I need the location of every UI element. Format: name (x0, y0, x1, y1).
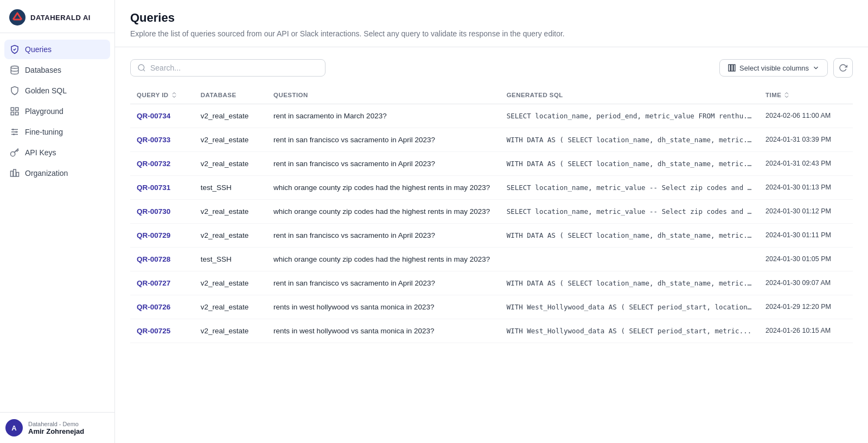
sidebar-item-fine-tuning-label: Fine-tuning (25, 128, 63, 136)
svg-rect-19 (731, 65, 733, 71)
sidebar: DATAHERALD AI Queries Databases Golde (0, 0, 115, 443)
cell-question: which orange county zip codes had the hi… (267, 176, 500, 200)
th-database: DATABASE (194, 86, 267, 104)
sidebar-item-api-keys-label: API Keys (25, 148, 56, 157)
avatar: A (5, 419, 23, 436)
cell-query-id: QR-00729 (130, 224, 194, 248)
toolbar-right: Select visible columns (719, 58, 853, 78)
cell-question: which orange county zip codes had the hi… (267, 200, 500, 224)
cell-generated-sql (500, 248, 759, 271)
logo-text: DATAHERALD AI (30, 14, 91, 22)
cell-database: v2_real_estate (194, 271, 267, 295)
sidebar-item-golden-sql[interactable]: Golden SQL (4, 81, 110, 100)
table-row[interactable]: QR-00726 v2_real_estate rents in west ho… (130, 295, 853, 319)
table-body: QR-00734 v2_real_estate rent in sacramen… (130, 104, 853, 343)
cell-generated-sql: WITH West_Hollywood_data AS ( SELECT per… (500, 319, 759, 343)
svg-rect-14 (14, 169, 16, 176)
table-row[interactable]: QR-00732 v2_real_estate rent in san fran… (130, 152, 853, 176)
table-row[interactable]: QR-00729 v2_real_estate rent in san fran… (130, 224, 853, 248)
page-title: Queries (130, 11, 853, 25)
sidebar-item-databases[interactable]: Databases (4, 60, 110, 80)
sidebar-item-databases-label: Databases (25, 66, 61, 74)
th-generated-sql: GENERATED SQL (500, 86, 759, 104)
sidebar-nav: Queries Databases Golden SQL Playgroun (0, 33, 114, 412)
sidebar-item-organization[interactable]: Organization (4, 163, 110, 183)
cell-time: 2024-01-31 02:43 PM (759, 152, 853, 176)
select-columns-button[interactable]: Select visible columns (719, 59, 828, 77)
queries-table: QUERY ID DATABASE QUESTION GENERATED S (130, 86, 853, 343)
api-keys-icon (10, 148, 20, 157)
cell-query-id: QR-00731 (130, 176, 194, 200)
svg-point-10 (16, 131, 17, 133)
cell-generated-sql: WITH DATA AS ( SELECT location_name, dh_… (500, 152, 759, 176)
sidebar-item-golden-sql-label: Golden SQL (25, 86, 67, 95)
svg-rect-20 (733, 65, 735, 71)
search-box[interactable] (130, 59, 326, 77)
logo-icon (9, 9, 26, 26)
cell-database: v2_real_estate (194, 200, 267, 224)
cell-time: 2024-01-30 09:07 AM (759, 271, 853, 295)
cell-database: v2_real_estate (194, 319, 267, 343)
cell-question: rent in sacramento in March 2023? (267, 104, 500, 128)
sidebar-item-fine-tuning[interactable]: Fine-tuning (4, 122, 110, 142)
cell-question: rent in san francisco vs sacramento in A… (267, 152, 500, 176)
organization-icon (10, 168, 20, 178)
svg-point-16 (138, 65, 144, 71)
svg-point-11 (13, 134, 15, 135)
sidebar-item-playground[interactable]: Playground (4, 102, 110, 121)
cell-query-id: QR-00725 (130, 319, 194, 343)
cell-time: 2024-01-30 01:11 PM (759, 224, 853, 248)
cell-question: rent in san francisco vs sacramento in A… (267, 271, 500, 295)
playground-icon (10, 106, 20, 116)
cell-generated-sql: SELECT location_name, metric_value -- Se… (500, 176, 759, 200)
cell-generated-sql: WITH DATA AS ( SELECT location_name, dh_… (500, 128, 759, 152)
cell-generated-sql: WITH DATA AS ( SELECT location_name, dh_… (500, 271, 759, 295)
table-row[interactable]: QR-00730 v2_real_estate which orange cou… (130, 200, 853, 224)
th-time[interactable]: TIME (759, 86, 853, 104)
search-icon (137, 64, 146, 72)
cell-database: v2_real_estate (194, 224, 267, 248)
search-input[interactable] (150, 64, 318, 72)
svg-rect-3 (16, 107, 18, 110)
logo-area: DATAHERALD AI (0, 0, 114, 33)
table-row[interactable]: QR-00727 v2_real_estate rent in san fran… (130, 271, 853, 295)
cell-time: 2024-01-31 03:39 PM (759, 128, 853, 152)
cell-database: v2_real_estate (194, 128, 267, 152)
svg-point-12 (11, 152, 15, 156)
cell-generated-sql: WITH West_Hollywood_data AS ( SELECT per… (500, 295, 759, 319)
sidebar-item-api-keys[interactable]: API Keys (4, 143, 110, 162)
table-row[interactable]: QR-00734 v2_real_estate rent in sacramen… (130, 104, 853, 128)
refresh-button[interactable] (833, 58, 853, 78)
chevron-down-icon (812, 64, 820, 72)
cell-time: 2024-01-26 10:15 AM (759, 319, 853, 343)
cell-question: rent in san francisco vs sacramento in A… (267, 128, 500, 152)
sidebar-item-queries[interactable]: Queries (4, 40, 110, 59)
cell-generated-sql: SELECT location_name, period_end, metric… (500, 104, 759, 128)
sidebar-item-organization-label: Organization (25, 169, 68, 178)
sidebar-item-playground-label: Playground (25, 107, 63, 116)
cell-query-id: QR-00733 (130, 128, 194, 152)
table-row[interactable]: QR-00725 v2_real_estate rents in west ho… (130, 319, 853, 343)
cell-query-id: QR-00734 (130, 104, 194, 128)
cell-query-id: QR-00727 (130, 271, 194, 295)
svg-point-0 (9, 9, 25, 26)
table-row[interactable]: QR-00731 test_SSH which orange county zi… (130, 176, 853, 200)
svg-rect-5 (16, 112, 18, 115)
golden-sql-icon (10, 86, 20, 96)
cell-time: 2024-01-30 01:12 PM (759, 200, 853, 224)
table-header: QUERY ID DATABASE QUESTION GENERATED S (130, 86, 853, 104)
cell-time: 2024-02-06 11:00 AM (759, 104, 853, 128)
table-row[interactable]: QR-00733 v2_real_estate rent in san fran… (130, 128, 853, 152)
svg-rect-18 (729, 65, 730, 71)
cell-query-id: QR-00732 (130, 152, 194, 176)
sort-time-icon (783, 92, 790, 98)
select-columns-label: Select visible columns (739, 64, 809, 72)
th-query-id[interactable]: QUERY ID (130, 86, 194, 104)
main-content: Queries Explore the list of queries sour… (115, 0, 868, 443)
user-profile[interactable]: A Dataherald - Demo Amir Zohrenejad (0, 412, 114, 443)
cell-database: test_SSH (194, 248, 267, 271)
toolbar: Select visible columns (130, 58, 853, 78)
table-row[interactable]: QR-00728 test_SSH which orange county zi… (130, 248, 853, 271)
table-area: Select visible columns (115, 47, 868, 443)
cell-question: rents in west hollywood vs santa monica … (267, 295, 500, 319)
